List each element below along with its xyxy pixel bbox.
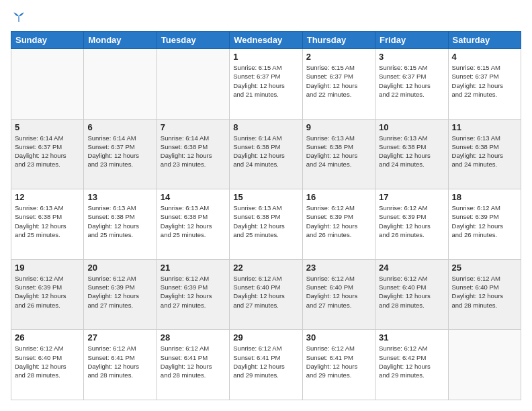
day-number: 24 [379, 263, 444, 273]
calendar-day-cell: 12Sunrise: 6:13 AM Sunset: 6:38 PM Dayli… [11, 189, 84, 260]
calendar-day-cell: 27Sunrise: 6:12 AM Sunset: 6:41 PM Dayli… [84, 330, 157, 400]
day-info: Sunrise: 6:13 AM Sunset: 6:38 PM Dayligh… [306, 134, 371, 169]
day-info: Sunrise: 6:13 AM Sunset: 6:38 PM Dayligh… [233, 203, 298, 239]
day-info: Sunrise: 6:12 AM Sunset: 6:39 PM Dayligh… [87, 274, 152, 310]
day-number: 28 [161, 332, 226, 342]
calendar-table: SundayMondayTuesdayWednesdayThursdayFrid… [11, 31, 521, 400]
calendar-week-row: 19Sunrise: 6:12 AM Sunset: 6:39 PM Dayli… [11, 259, 521, 330]
calendar-day-cell: 8Sunrise: 6:14 AM Sunset: 6:38 PM Daylig… [230, 119, 302, 189]
day-info: Sunrise: 6:12 AM Sunset: 6:39 PM Dayligh… [161, 274, 226, 310]
calendar-week-row: 26Sunrise: 6:12 AM Sunset: 6:40 PM Dayli… [11, 330, 521, 400]
day-info: Sunrise: 6:15 AM Sunset: 6:37 PM Dayligh… [379, 63, 444, 99]
day-number: 3 [379, 52, 444, 62]
day-number: 25 [452, 263, 517, 273]
day-info: Sunrise: 6:15 AM Sunset: 6:37 PM Dayligh… [306, 63, 371, 99]
day-info: Sunrise: 6:12 AM Sunset: 6:41 PM Dayligh… [161, 344, 226, 379]
calendar-week-row: 12Sunrise: 6:13 AM Sunset: 6:38 PM Dayli… [11, 189, 521, 260]
day-info: Sunrise: 6:14 AM Sunset: 6:37 PM Dayligh… [15, 134, 80, 169]
calendar-day-cell [11, 49, 84, 120]
calendar-day-cell [448, 330, 521, 400]
day-number: 15 [233, 192, 298, 202]
day-info: Sunrise: 6:12 AM Sunset: 6:39 PM Dayligh… [306, 203, 371, 239]
calendar-day-cell: 5Sunrise: 6:14 AM Sunset: 6:37 PM Daylig… [11, 119, 84, 189]
day-number: 14 [161, 192, 226, 202]
day-info: Sunrise: 6:13 AM Sunset: 6:38 PM Dayligh… [87, 203, 152, 239]
calendar-day-cell: 18Sunrise: 6:12 AM Sunset: 6:39 PM Dayli… [448, 189, 521, 260]
day-number: 10 [379, 122, 444, 132]
calendar-day-cell [84, 49, 157, 120]
day-info: Sunrise: 6:15 AM Sunset: 6:37 PM Dayligh… [452, 63, 517, 99]
day-number: 5 [15, 122, 80, 132]
day-number: 11 [452, 122, 517, 132]
day-info: Sunrise: 6:13 AM Sunset: 6:38 PM Dayligh… [452, 134, 517, 169]
calendar-day-cell: 10Sunrise: 6:13 AM Sunset: 6:38 PM Dayli… [375, 119, 448, 189]
calendar-day-cell: 11Sunrise: 6:13 AM Sunset: 6:38 PM Dayli… [448, 119, 521, 189]
day-number: 13 [87, 192, 152, 202]
day-number: 18 [452, 192, 517, 202]
day-number: 9 [306, 122, 371, 132]
day-info: Sunrise: 6:13 AM Sunset: 6:38 PM Dayligh… [15, 203, 80, 239]
calendar-day-cell: 16Sunrise: 6:12 AM Sunset: 6:39 PM Dayli… [302, 189, 375, 260]
day-info: Sunrise: 6:12 AM Sunset: 6:40 PM Dayligh… [379, 274, 444, 310]
calendar-day-header: Tuesday [157, 32, 229, 49]
calendar-day-header: Sunday [11, 32, 84, 49]
calendar-day-header: Wednesday [230, 32, 302, 49]
calendar-day-cell: 23Sunrise: 6:12 AM Sunset: 6:40 PM Dayli… [302, 259, 375, 330]
day-number: 6 [87, 122, 152, 132]
calendar-day-cell [157, 49, 229, 120]
calendar-day-cell: 15Sunrise: 6:13 AM Sunset: 6:38 PM Dayli… [230, 189, 302, 260]
page: SundayMondayTuesdayWednesdayThursdayFrid… [0, 0, 532, 411]
day-info: Sunrise: 6:13 AM Sunset: 6:38 PM Dayligh… [161, 203, 226, 239]
logo-text [11, 11, 27, 24]
day-number: 30 [306, 332, 371, 342]
day-info: Sunrise: 6:12 AM Sunset: 6:39 PM Dayligh… [379, 203, 444, 239]
day-info: Sunrise: 6:12 AM Sunset: 6:39 PM Dayligh… [15, 274, 80, 310]
day-info: Sunrise: 6:12 AM Sunset: 6:41 PM Dayligh… [233, 344, 298, 379]
calendar-day-cell: 9Sunrise: 6:13 AM Sunset: 6:38 PM Daylig… [302, 119, 375, 189]
calendar-day-cell: 31Sunrise: 6:12 AM Sunset: 6:42 PM Dayli… [375, 330, 448, 400]
logo [11, 11, 27, 24]
calendar-day-cell: 13Sunrise: 6:13 AM Sunset: 6:38 PM Dayli… [84, 189, 157, 260]
calendar-day-header: Monday [84, 32, 157, 49]
calendar-day-cell: 7Sunrise: 6:14 AM Sunset: 6:38 PM Daylig… [157, 119, 229, 189]
calendar-day-cell: 24Sunrise: 6:12 AM Sunset: 6:40 PM Dayli… [375, 259, 448, 330]
calendar-week-row: 1Sunrise: 6:15 AM Sunset: 6:37 PM Daylig… [11, 49, 521, 120]
day-number: 1 [233, 52, 298, 62]
day-number: 22 [233, 263, 298, 273]
calendar-header-row: SundayMondayTuesdayWednesdayThursdayFrid… [11, 32, 521, 49]
day-info: Sunrise: 6:13 AM Sunset: 6:38 PM Dayligh… [379, 134, 444, 169]
day-number: 23 [306, 263, 371, 273]
calendar-day-cell: 20Sunrise: 6:12 AM Sunset: 6:39 PM Dayli… [84, 259, 157, 330]
calendar-day-cell: 2Sunrise: 6:15 AM Sunset: 6:37 PM Daylig… [302, 49, 375, 120]
calendar-day-cell: 22Sunrise: 6:12 AM Sunset: 6:40 PM Dayli… [230, 259, 302, 330]
day-number: 12 [15, 192, 80, 202]
day-number: 7 [161, 122, 226, 132]
calendar-day-cell: 1Sunrise: 6:15 AM Sunset: 6:37 PM Daylig… [230, 49, 302, 120]
calendar-day-header: Thursday [302, 32, 375, 49]
day-number: 21 [161, 263, 226, 273]
day-info: Sunrise: 6:12 AM Sunset: 6:40 PM Dayligh… [452, 274, 517, 310]
day-number: 4 [452, 52, 517, 62]
day-info: Sunrise: 6:12 AM Sunset: 6:42 PM Dayligh… [379, 344, 444, 379]
calendar-day-cell: 14Sunrise: 6:13 AM Sunset: 6:38 PM Dayli… [157, 189, 229, 260]
day-info: Sunrise: 6:12 AM Sunset: 6:41 PM Dayligh… [306, 344, 371, 379]
calendar-day-cell: 30Sunrise: 6:12 AM Sunset: 6:41 PM Dayli… [302, 330, 375, 400]
day-info: Sunrise: 6:14 AM Sunset: 6:37 PM Dayligh… [87, 134, 152, 169]
day-info: Sunrise: 6:14 AM Sunset: 6:38 PM Dayligh… [161, 134, 226, 169]
calendar-day-cell: 19Sunrise: 6:12 AM Sunset: 6:39 PM Dayli… [11, 259, 84, 330]
day-info: Sunrise: 6:12 AM Sunset: 6:41 PM Dayligh… [87, 344, 152, 379]
calendar-day-cell: 6Sunrise: 6:14 AM Sunset: 6:37 PM Daylig… [84, 119, 157, 189]
calendar-day-cell: 28Sunrise: 6:12 AM Sunset: 6:41 PM Dayli… [157, 330, 229, 400]
day-number: 2 [306, 52, 371, 62]
day-number: 31 [379, 332, 444, 342]
calendar-day-cell: 3Sunrise: 6:15 AM Sunset: 6:37 PM Daylig… [375, 49, 448, 120]
day-info: Sunrise: 6:12 AM Sunset: 6:40 PM Dayligh… [233, 274, 298, 310]
calendar-week-row: 5Sunrise: 6:14 AM Sunset: 6:37 PM Daylig… [11, 119, 521, 189]
day-info: Sunrise: 6:15 AM Sunset: 6:37 PM Dayligh… [233, 63, 298, 99]
day-number: 29 [233, 332, 298, 342]
day-number: 17 [379, 192, 444, 202]
calendar-day-cell: 25Sunrise: 6:12 AM Sunset: 6:40 PM Dayli… [448, 259, 521, 330]
day-number: 19 [15, 263, 80, 273]
day-info: Sunrise: 6:12 AM Sunset: 6:40 PM Dayligh… [306, 274, 371, 310]
day-info: Sunrise: 6:12 AM Sunset: 6:40 PM Dayligh… [15, 344, 80, 379]
